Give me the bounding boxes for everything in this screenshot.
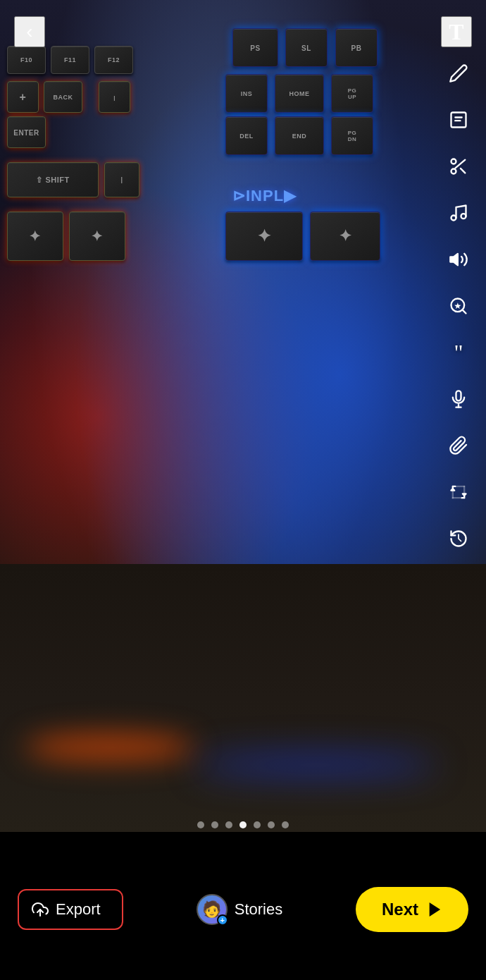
next-label: Next [382, 900, 418, 919]
svg-line-12 [462, 310, 466, 313]
back-arrow-icon: ‹ [26, 22, 32, 42]
quote-tool-button[interactable]: " [442, 336, 475, 369]
svg-line-6 [461, 169, 465, 173]
redo-icon [449, 529, 468, 549]
sticker-tool-button[interactable] [442, 103, 475, 137]
stories-avatar: 🧑 + [197, 894, 228, 925]
text-tool-button[interactable]: T [441, 16, 472, 47]
giphy-icon [449, 296, 468, 316]
music-tool-button[interactable] [442, 196, 475, 230]
dot-3 [225, 821, 232, 828]
dot-1 [197, 821, 204, 828]
svg-point-8 [451, 216, 456, 221]
music-icon [449, 203, 468, 223]
quote-icon: " [454, 341, 463, 364]
text-tool-icon: T [449, 20, 463, 43]
link-tool-button[interactable] [442, 429, 475, 463]
volume-icon [449, 250, 468, 269]
dot-5 [254, 821, 261, 828]
export-icon [32, 901, 49, 918]
bottom-bar: Export 🧑 + Stories Next [0, 839, 486, 980]
stories-button[interactable]: 🧑 + Stories [197, 894, 282, 925]
svg-marker-21 [430, 904, 440, 916]
scissors-icon [449, 157, 468, 176]
dot-4 [239, 821, 247, 828]
svg-marker-10 [450, 254, 458, 265]
redo-tool-button[interactable] [442, 522, 475, 556]
pagination-dots [197, 821, 289, 828]
scissors-tool-button[interactable] [442, 149, 475, 183]
main-container: F10 F11 F12 PS SL PB + BACK INS HOME PGU… [0, 0, 486, 980]
dot-2 [211, 821, 218, 828]
next-button[interactable]: Next [356, 887, 468, 932]
crop-tool-button[interactable] [442, 475, 475, 509]
crop-icon [449, 482, 468, 502]
svg-rect-13 [456, 391, 461, 400]
dot-6 [268, 821, 275, 828]
pencil-tool-button[interactable] [442, 56, 475, 90]
sticker-icon [449, 110, 468, 130]
photo-background: F10 F11 F12 PS SL PB + BACK INS HOME PGU… [0, 0, 486, 832]
top-toolbar: ‹ T [0, 0, 486, 56]
back-button[interactable]: ‹ [14, 16, 45, 47]
next-arrow-icon [427, 902, 442, 917]
dot-7 [282, 821, 289, 828]
link-icon [449, 436, 468, 455]
right-sidebar: " [442, 56, 475, 556]
mic-icon [449, 389, 468, 409]
export-button[interactable]: Export [18, 889, 123, 930]
giphy-tool-button[interactable] [442, 289, 475, 323]
stories-label: Stories [235, 900, 282, 919]
svg-point-9 [461, 214, 466, 219]
mic-tool-button[interactable] [442, 382, 475, 416]
pencil-icon [449, 63, 468, 83]
stories-add-badge: + [217, 914, 228, 926]
export-label: Export [56, 900, 101, 919]
volume-tool-button[interactable] [442, 243, 475, 276]
svg-point-4 [451, 169, 456, 174]
